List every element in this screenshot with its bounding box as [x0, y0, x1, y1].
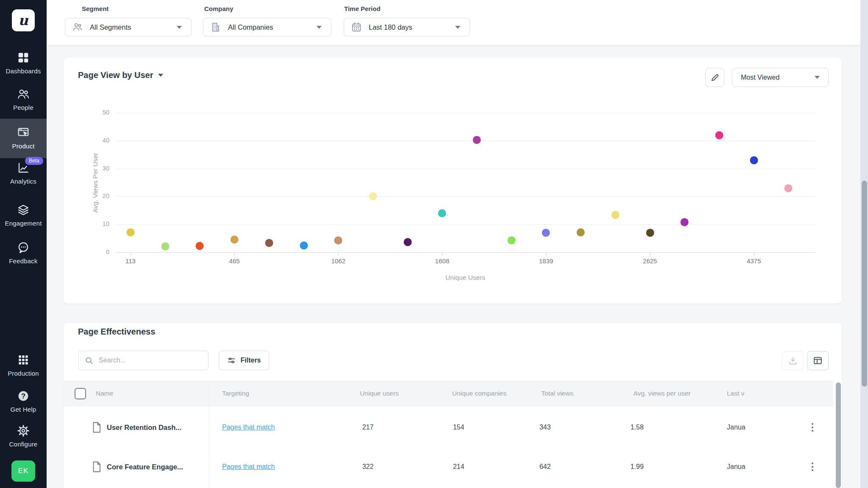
scatter-point[interactable] — [161, 242, 169, 250]
x-axis-tick-label: 465 — [229, 257, 240, 265]
search-icon — [84, 356, 94, 365]
sidebar-item-analytics[interactable]: Beta Analytics — [0, 161, 47, 185]
scatter-point[interactable] — [127, 228, 135, 236]
scatter-point[interactable] — [403, 238, 412, 246]
unique-users-value: 217 — [338, 424, 398, 431]
segment-dropdown[interactable]: All Segments — [65, 18, 192, 36]
segment-dropdown-value: All Segments — [90, 23, 131, 31]
last-viewed-value: Janua — [727, 424, 757, 431]
sidebar-item-label: Production — [8, 370, 39, 377]
sidebar-item-feedback[interactable]: Feedback — [0, 241, 47, 265]
x-axis-tick-label: 4375 — [747, 257, 761, 265]
y-axis-tick-label: 10 — [89, 220, 109, 227]
x-axis-tick — [442, 252, 442, 256]
app-window: u Dashboards People ProductBeta Analytic… — [0, 0, 868, 488]
scatter-point[interactable] — [646, 229, 654, 237]
gear-icon — [17, 424, 30, 438]
chevron-down-icon — [158, 74, 163, 77]
time-period-dropdown[interactable]: Last 180 days — [344, 18, 470, 36]
gridline — [115, 169, 815, 169]
column-header-last-viewed[interactable]: Last v — [727, 390, 744, 397]
targeting-link[interactable]: Pages that match — [222, 463, 275, 471]
total-views-value: 343 — [515, 424, 575, 431]
chevron-down-icon — [177, 26, 182, 29]
y-axis-tick-label: 0 — [89, 248, 109, 255]
column-header-avg-views[interactable]: Avg. views per user — [632, 390, 692, 397]
table-header: Name Targeting Unique users Unique compa… — [64, 381, 833, 406]
segment-filter-label: Segment — [82, 5, 108, 12]
column-header-targeting[interactable]: Targeting — [222, 390, 249, 397]
x-axis-tick — [234, 252, 235, 256]
unique-users-value: 322 — [338, 463, 398, 471]
select-all-checkbox[interactable] — [75, 388, 86, 399]
column-header-total-views[interactable]: Total views — [528, 390, 587, 397]
page-scrollbar-thumb[interactable] — [862, 181, 867, 387]
filter-bar: Segment Company Time Period All Segments — [47, 0, 868, 45]
scatter-point[interactable] — [750, 156, 758, 164]
x-axis-tick — [754, 252, 754, 256]
app-logo[interactable]: u — [12, 9, 35, 31]
page-file-icon — [92, 461, 102, 473]
gridline — [115, 113, 815, 113]
search-input[interactable] — [99, 357, 192, 364]
download-icon — [787, 355, 798, 366]
scatter-point[interactable] — [265, 239, 273, 247]
column-header-unique-companies[interactable]: Unique companies — [450, 390, 509, 397]
targeting-link[interactable]: Pages that match — [222, 424, 275, 431]
gridline — [115, 141, 815, 141]
chevron-down-icon — [815, 76, 820, 79]
column-header-name[interactable]: Name — [96, 390, 113, 397]
scatter-point[interactable] — [681, 218, 689, 226]
scatter-point[interactable] — [785, 184, 793, 192]
filters-button[interactable]: Filters — [219, 351, 269, 370]
x-axis-tick-label: 1062 — [331, 257, 345, 265]
scatter-point[interactable] — [715, 131, 723, 139]
sort-dropdown[interactable]: Most Viewed — [732, 68, 829, 87]
people-icon — [17, 87, 30, 101]
avatar[interactable]: EK — [11, 460, 35, 482]
scatter-point[interactable] — [542, 229, 550, 237]
y-axis-tick-label: 30 — [89, 165, 109, 172]
scatter-point[interactable] — [369, 192, 377, 201]
download-button[interactable] — [782, 351, 804, 370]
edit-chart-button[interactable] — [705, 68, 724, 87]
table-row[interactable]: Core Feature Engage... Pages that match … — [64, 447, 833, 487]
table-columns-button[interactable] — [807, 351, 829, 370]
table-row[interactable]: User Retention Dash... Pages that match … — [64, 407, 833, 447]
sidebar-item-get-help[interactable]: ? Get Help — [0, 389, 47, 413]
sidebar-item-dashboards[interactable]: Dashboards — [0, 51, 47, 75]
scatter-point[interactable] — [577, 229, 585, 237]
scatter-point[interactable] — [507, 236, 515, 244]
scatter-point[interactable] — [231, 236, 239, 244]
sidebar-item-production[interactable]: Production — [0, 353, 47, 377]
sidebar-item-engagement[interactable]: Engagement — [0, 203, 47, 227]
page-scrollbar[interactable] — [860, 0, 868, 488]
scatter-point[interactable] — [473, 136, 481, 144]
sidebar: u Dashboards People ProductBeta Analytic… — [0, 0, 47, 488]
scatter-point[interactable] — [300, 241, 308, 249]
users-icon — [72, 22, 83, 33]
table-title-text: Page Effectiveness — [78, 327, 155, 337]
chart-title-dropdown[interactable]: Page View by User — [78, 70, 163, 80]
gridline — [115, 252, 815, 253]
sort-dropdown-value: Most Viewed — [741, 74, 779, 81]
column-header-unique-users[interactable]: Unique users — [350, 390, 409, 397]
engagement-icon — [17, 203, 30, 217]
sidebar-item-people[interactable]: People — [0, 87, 47, 111]
row-menu-button[interactable] — [809, 422, 816, 432]
company-dropdown[interactable]: All Companies — [203, 18, 331, 36]
avg-views-value: 1.99 — [607, 463, 667, 471]
scatter-point[interactable] — [196, 242, 204, 250]
scatter-point[interactable] — [438, 209, 446, 217]
sidebar-item-label: Configure — [9, 441, 38, 448]
table-scrollbar-thumb[interactable] — [836, 382, 841, 488]
help-icon: ? — [17, 389, 30, 403]
sidebar-item-configure[interactable]: Configure — [0, 424, 47, 448]
sidebar-item-product[interactable]: Product — [0, 126, 47, 150]
row-menu-button[interactable] — [809, 462, 816, 472]
beta-badge: Beta — [25, 157, 43, 165]
scatter-point[interactable] — [334, 236, 342, 244]
scatter-point[interactable] — [611, 211, 619, 219]
building-icon — [210, 22, 221, 33]
pencil-icon — [710, 73, 720, 83]
